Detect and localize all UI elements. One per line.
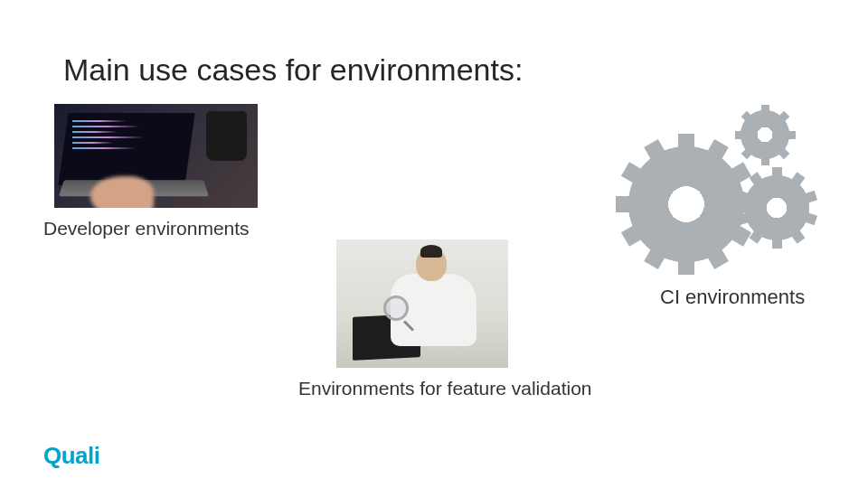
gear-small-icon: [741, 110, 789, 159]
brand-logo: Quali: [43, 442, 100, 470]
slide-title: Main use cases for environments:: [63, 52, 523, 88]
gears-icon: [628, 98, 827, 274]
magnifying-glass-icon: [383, 296, 409, 321]
validation-label: Environments for feature validation: [298, 378, 592, 399]
developer-image: [54, 104, 258, 208]
developer-label: Developer environments: [43, 218, 250, 239]
gear-large-icon: [628, 146, 744, 262]
gear-medium-icon: [744, 175, 809, 240]
code-lines-graphic: [72, 120, 163, 153]
ci-label: CI environments: [660, 286, 805, 309]
validation-image: [336, 239, 508, 368]
hand-graphic: [90, 176, 154, 208]
